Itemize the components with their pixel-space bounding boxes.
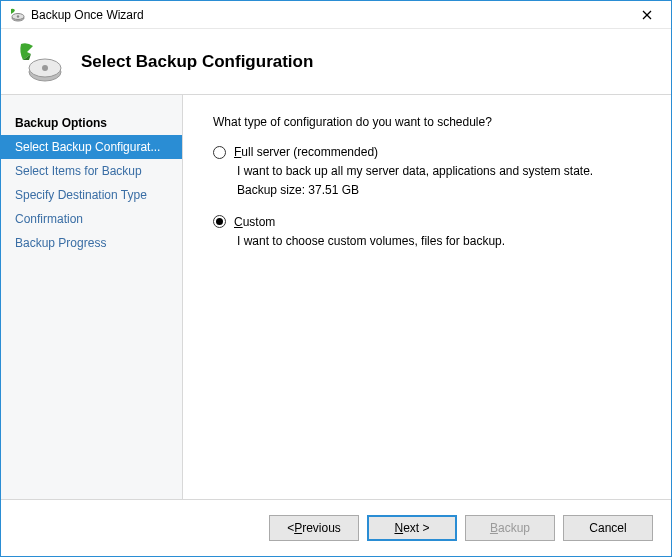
app-icon bbox=[9, 7, 25, 23]
radio-full-server[interactable] bbox=[213, 146, 226, 159]
option-custom-desc: I want to choose custom volumes, files f… bbox=[237, 233, 645, 250]
wizard-footer: < Previous Next > Backup Cancel bbox=[1, 499, 671, 555]
window-title: Backup Once Wizard bbox=[31, 8, 627, 22]
page-title: Select Backup Configuration bbox=[81, 52, 313, 72]
steps-sidebar: Backup Options Select Backup Configurat.… bbox=[1, 95, 183, 499]
sidebar-item-backup-progress[interactable]: Backup Progress bbox=[1, 231, 182, 255]
svg-point-2 bbox=[17, 15, 19, 17]
option-full-server-desc: I want to back up all my server data, ap… bbox=[237, 163, 645, 180]
sidebar-item-select-configuration[interactable]: Select Backup Configurat... bbox=[1, 135, 182, 159]
sidebar-item-destination-type[interactable]: Specify Destination Type bbox=[1, 183, 182, 207]
wizard-icon bbox=[15, 38, 63, 86]
previous-button[interactable]: < Previous bbox=[269, 515, 359, 541]
next-button[interactable]: Next > bbox=[367, 515, 457, 541]
sidebar-item-confirmation[interactable]: Confirmation bbox=[1, 207, 182, 231]
cancel-button[interactable]: Cancel bbox=[563, 515, 653, 541]
option-custom-label: Custom bbox=[234, 215, 275, 229]
backup-button: Backup bbox=[465, 515, 555, 541]
content-panel: What type of configuration do you want t… bbox=[183, 95, 671, 499]
option-full-server[interactable]: Full server (recommended) I want to back… bbox=[213, 145, 645, 197]
radio-custom[interactable] bbox=[213, 215, 226, 228]
wizard-header: Select Backup Configuration bbox=[1, 29, 671, 95]
option-full-server-label: Full server (recommended) bbox=[234, 145, 378, 159]
close-button[interactable] bbox=[627, 4, 667, 26]
question-text: What type of configuration do you want t… bbox=[213, 115, 645, 129]
sidebar-item-select-items[interactable]: Select Items for Backup bbox=[1, 159, 182, 183]
svg-point-7 bbox=[42, 65, 48, 71]
titlebar: Backup Once Wizard bbox=[1, 1, 671, 29]
sidebar-item-backup-options[interactable]: Backup Options bbox=[1, 111, 182, 135]
wizard-body: Backup Options Select Backup Configurat.… bbox=[1, 95, 671, 499]
option-custom[interactable]: Custom I want to choose custom volumes, … bbox=[213, 215, 645, 250]
backup-size-label: Backup size: 37.51 GB bbox=[237, 183, 645, 197]
